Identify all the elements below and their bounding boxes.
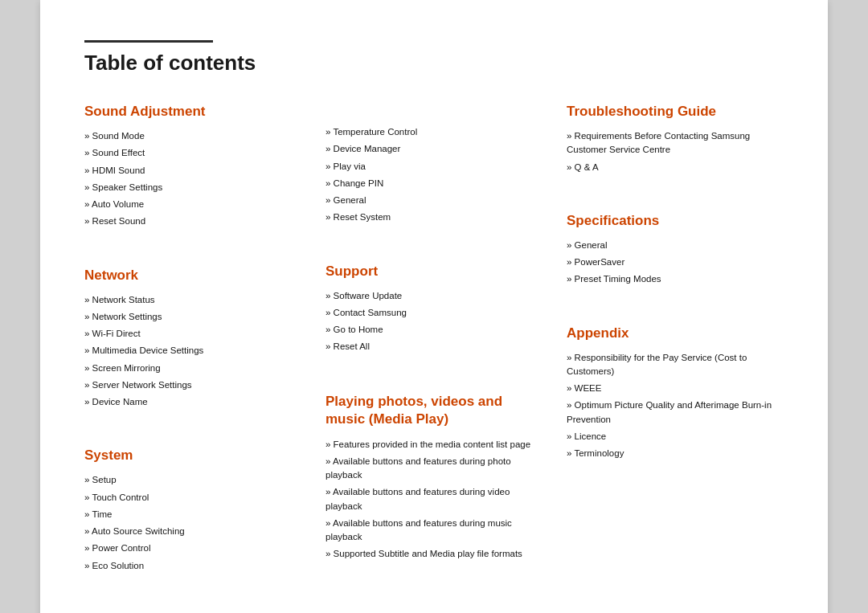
list-item: Supported Subtitle and Media play file f… — [326, 547, 542, 561]
media-play-title: Playing photos, videos and music (Media … — [326, 393, 542, 428]
specifications-items: General PowerSaver Preset Timing Modes — [567, 239, 784, 287]
page-title: Table of contents — [84, 51, 784, 76]
column-1: Sound Adjustment Sound Mode Sound Effect… — [84, 104, 301, 611]
list-item: Optimum Picture Quality and Afterimage B… — [567, 398, 784, 427]
list-item: Network Status — [84, 293, 301, 307]
list-item: Speaker Settings — [84, 181, 301, 194]
support-title: Support — [326, 264, 542, 280]
list-item: Power Control — [84, 541, 301, 555]
section-sound-adjustment: Sound Adjustment Sound Mode Sound Effect… — [84, 104, 301, 251]
list-item: Q & A — [567, 161, 784, 174]
list-item: Available buttons and features during mu… — [326, 517, 542, 545]
list-item: Responsibility for the Pay Service (Cost… — [567, 351, 784, 379]
list-item: Reset Sound — [84, 215, 301, 228]
list-item: Touch Control — [84, 491, 301, 505]
page: Table of contents Sound Adjustment Sound… — [40, 0, 828, 613]
list-item: Reset System — [326, 210, 542, 224]
list-item: PowerSaver — [567, 255, 784, 269]
section-system: System Setup Touch Control Time Auto Sou… — [84, 447, 301, 595]
section-media-play: Playing photos, videos and music (Media … — [326, 393, 542, 584]
list-item: Preset Timing Modes — [567, 272, 784, 286]
system-extra: Temperature Control Device Manager Play … — [326, 104, 542, 247]
column-2: Temperature Control Device Manager Play … — [326, 104, 542, 611]
list-item: Contact Samsung — [326, 306, 542, 320]
list-item: Available buttons and features during ph… — [326, 455, 542, 483]
section-network: Network Network Status Network Settings … — [84, 268, 301, 432]
list-item: Requirements Before Contacting Samsung C… — [567, 129, 784, 157]
section-troubleshooting: Troubleshooting Guide Requirements Befor… — [567, 104, 784, 197]
list-item: Setup — [84, 473, 301, 487]
sound-adjustment-items: Sound Mode Sound Effect HDMI Sound Speak… — [84, 129, 301, 229]
list-item: Go to Home — [326, 323, 542, 337]
list-item: Features provided in the media content l… — [326, 438, 542, 452]
list-item: Reset All — [326, 340, 542, 353]
list-item: General — [326, 194, 542, 207]
appendix-title: Appendix — [567, 325, 784, 341]
list-item: Software Update — [326, 289, 542, 303]
list-item: Auto Volume — [84, 198, 301, 211]
list-item: Sound Mode — [84, 129, 301, 143]
list-item: Server Network Settings — [84, 378, 301, 392]
list-item: Available buttons and features during vi… — [326, 485, 542, 513]
list-item: General — [567, 239, 784, 252]
list-item: Device Manager — [326, 142, 542, 156]
media-play-items: Features provided in the media content l… — [326, 438, 542, 562]
column-3: Troubleshooting Guide Requirements Befor… — [567, 104, 784, 611]
troubleshooting-title: Troubleshooting Guide — [567, 104, 784, 120]
list-item: Multimedia Device Settings — [84, 344, 301, 358]
list-item: Play via — [326, 160, 542, 174]
list-item: HDMI Sound — [84, 164, 301, 178]
list-item: Time — [84, 508, 301, 521]
list-item: Wi-Fi Direct — [84, 327, 301, 341]
list-item: Screen Mirroring — [84, 362, 301, 375]
list-item: Sound Effect — [84, 146, 301, 160]
section-support: Support Software Update Contact Samsung … — [326, 264, 542, 377]
list-item: Temperature Control — [326, 125, 542, 139]
specifications-title: Specifications — [567, 213, 784, 229]
list-item: Network Settings — [84, 310, 301, 324]
list-item: Device Name — [84, 395, 301, 409]
list-item: Eco Solution — [84, 559, 301, 573]
list-item: Auto Source Switching — [84, 525, 301, 538]
system-items: Setup Touch Control Time Auto Source Swi… — [84, 473, 301, 573]
system-extra-items: Temperature Control Device Manager Play … — [326, 125, 542, 225]
support-items: Software Update Contact Samsung Go to Ho… — [326, 289, 542, 354]
system-title: System — [84, 447, 301, 464]
list-item: Change PIN — [326, 177, 542, 190]
network-title: Network — [84, 268, 301, 284]
list-item: WEEE — [567, 382, 784, 395]
list-item: Licence — [567, 430, 784, 443]
list-item: Terminology — [567, 447, 784, 460]
appendix-items: Responsibility for the Pay Service (Cost… — [567, 351, 784, 461]
section-specifications: Specifications General PowerSaver Preset… — [567, 213, 784, 309]
sound-adjustment-title: Sound Adjustment — [84, 104, 301, 120]
troubleshooting-items: Requirements Before Contacting Samsung C… — [567, 129, 784, 174]
network-items: Network Status Network Settings Wi-Fi Di… — [84, 293, 301, 410]
section-appendix: Appendix Responsibility for the Pay Serv… — [567, 325, 784, 484]
title-bar — [84, 40, 213, 43]
toc-grid: Sound Adjustment Sound Mode Sound Effect… — [84, 104, 784, 611]
